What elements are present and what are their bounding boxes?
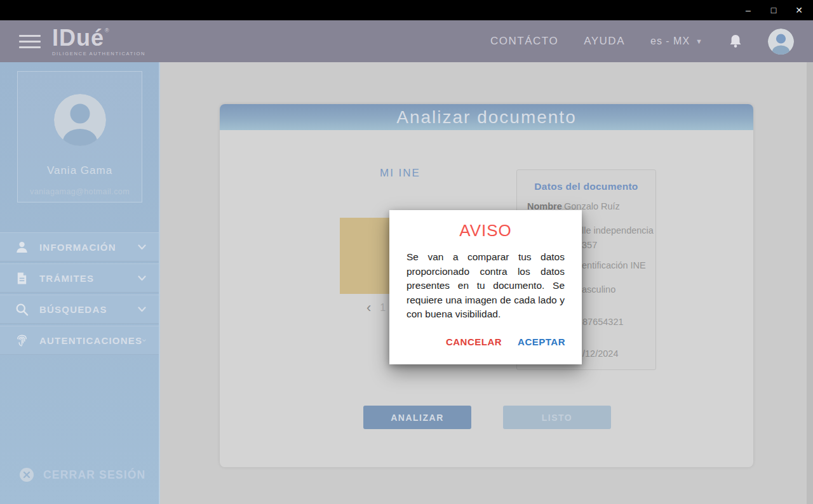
data-value-partial: 87654321 — [582, 317, 624, 327]
ready-button[interactable]: LISTO — [503, 406, 611, 429]
document-icon — [15, 272, 29, 285]
page-title: Analizar documento — [396, 107, 576, 128]
sidebar-item-informacion[interactable]: INFORMACIÓN — [0, 232, 159, 262]
card-header: Analizar documento — [220, 104, 753, 130]
sidebar-item-busquedas[interactable]: BÚSQUEDAS — [0, 295, 159, 324]
profile-card: Vania Gama vaniagamag@hotmail.com — [17, 71, 142, 202]
profile-avatar-icon — [54, 94, 106, 146]
sidebar-item-label: BÚSQUEDAS — [39, 304, 107, 315]
close-circle-icon — [19, 467, 34, 482]
sidebar-item-label: TRÁMITES — [39, 273, 94, 284]
brand-logo: IDué ® DILIGENCE AUTHENTICATION — [52, 27, 145, 56]
vertical-scrollbar[interactable] — [807, 62, 813, 504]
pagination: ‹ 1 — [366, 301, 386, 315]
data-value-partial: 357 — [582, 240, 597, 250]
chevron-down-icon — [138, 275, 146, 281]
user-icon — [15, 241, 29, 254]
hamburger-menu-icon[interactable] — [19, 35, 41, 48]
data-value-partial: asculino — [582, 284, 615, 295]
modal-title: AVISO — [389, 221, 582, 241]
search-icon — [15, 303, 29, 316]
brand-tagline: DILIGENCE AUTHENTICATION — [52, 51, 145, 56]
bell-icon[interactable] — [729, 34, 742, 49]
language-selector[interactable]: es - MX ▼ — [650, 36, 703, 47]
data-value-partial: lle independencia — [582, 225, 654, 235]
chevron-left-icon[interactable]: ‹ — [366, 301, 371, 315]
sidebar-menu: INFORMACIÓN TRÁMITES — [0, 232, 159, 357]
chevron-down-icon: ▼ — [695, 37, 703, 45]
accept-button[interactable]: ACEPTAR — [518, 336, 565, 347]
sidebar: Vania Gama vaniagamag@hotmail.com INFORM… — [0, 62, 160, 504]
window-titlebar: – □ ✕ — [0, 0, 813, 20]
data-value-partial: entificación INE — [582, 260, 646, 270]
brand-name: IDué — [52, 27, 104, 50]
aviso-modal: AVISO Se van a comparar tus datos propor… — [389, 210, 582, 364]
analyze-button[interactable]: ANALIZAR — [363, 406, 471, 429]
language-value: es - MX — [650, 36, 690, 47]
panel-title: Datos del documento — [517, 181, 655, 192]
registered-mark: ® — [105, 28, 109, 34]
profile-email: vaniagamag@hotmail.com — [18, 187, 142, 196]
fingerprint-icon — [15, 334, 29, 347]
data-value-partial: /12/2024 — [582, 348, 618, 359]
nav-contacto[interactable]: CONTÁCTO — [490, 35, 558, 48]
chevron-down-icon — [138, 307, 146, 312]
logout-label: CERRAR SESIÓN — [43, 468, 145, 482]
profile-name: Vania Gama — [18, 164, 142, 177]
app-header: IDué ® DILIGENCE AUTHENTICATION CONTÁCTO… — [0, 20, 813, 62]
logout-button[interactable]: CERRAR SESIÓN — [19, 467, 145, 482]
app-window: – □ ✕ IDué ® DILIGENCE AUTHENTICATION CO… — [0, 0, 813, 504]
avatar[interactable] — [768, 29, 794, 55]
maximize-button[interactable]: □ — [769, 6, 779, 15]
minimize-button[interactable]: – — [743, 6, 753, 15]
close-button[interactable]: ✕ — [794, 6, 804, 15]
cancel-button[interactable]: CANCELAR — [446, 336, 502, 347]
nav-ayuda[interactable]: AYUDA — [584, 35, 625, 48]
chevron-down-icon — [138, 244, 146, 250]
modal-body-text: Se van a comparar tus datos proporcionad… — [406, 250, 565, 322]
sidebar-item-tramites[interactable]: TRÁMITES — [0, 263, 159, 293]
sidebar-item-label: AUTENTICACIONES — [39, 335, 142, 346]
chevron-down-icon — [142, 338, 146, 343]
sidebar-item-label: INFORMACIÓN — [39, 242, 116, 253]
page-number: 1 — [380, 302, 386, 314]
sidebar-item-autenticaciones[interactable]: AUTENTICACIONES — [0, 326, 159, 355]
document-name-label: MI INE — [380, 167, 420, 180]
